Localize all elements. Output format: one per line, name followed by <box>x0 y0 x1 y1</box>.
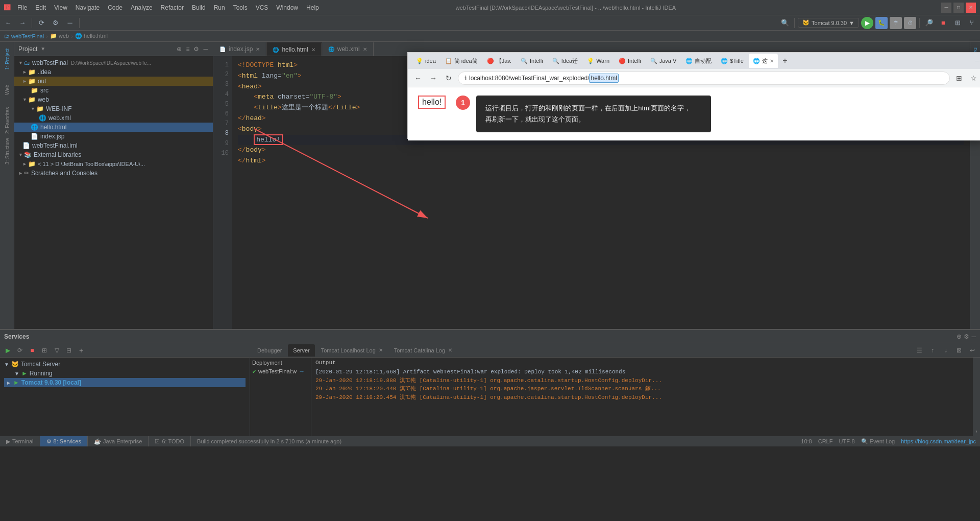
services-item-instance[interactable]: ► ► Tomcat 9.0.30 [local] <box>4 378 246 387</box>
sidebar-item-web[interactable]: Web <box>1 75 13 105</box>
external-link[interactable]: https://blog.csdn.mat/dear_jpc <box>901 438 976 444</box>
close-button[interactable]: ✕ <box>966 3 976 13</box>
translate-icon[interactable]: ⊞ <box>953 72 965 84</box>
tree-item-scratches[interactable]: ► ✏ Scratches and Consoles <box>14 169 213 178</box>
menu-view[interactable]: View <box>50 4 71 11</box>
menu-analyze[interactable]: Analyze <box>127 4 157 11</box>
tree-item-iml[interactable]: 📄 webTestFinal.iml <box>14 141 213 150</box>
tab-webxml[interactable]: 🌐 web.xml ✕ <box>322 42 374 56</box>
menu-code[interactable]: Code <box>104 4 127 11</box>
menu-window[interactable]: Window <box>272 4 302 11</box>
tab-terminal[interactable]: ▶ Terminal <box>0 436 40 446</box>
deployment-arrow-icon[interactable]: → <box>299 368 305 375</box>
br-tab-warn[interactable]: 💡 Warn <box>583 54 614 68</box>
address-bar[interactable]: ℹ localhost:8080/webTestFinal_war_explod… <box>458 72 950 85</box>
tree-item-idea[interactable]: ► 📁 .idea <box>14 67 213 77</box>
log-clear[interactable]: ⊠ <box>953 345 965 356</box>
search-icon[interactable]: 🔎 <box>923 17 935 29</box>
cursor-position[interactable]: 10:8 <box>801 438 812 444</box>
services-minimize-icon[interactable]: ─ <box>971 333 976 340</box>
menu-vcs[interactable]: VCS <box>252 4 273 11</box>
tab-java-enterprise[interactable]: ☕ Java Enterprise <box>88 436 149 446</box>
menu-help[interactable]: Help <box>302 4 323 11</box>
back-button[interactable]: ← <box>2 17 14 29</box>
services-group-btn[interactable]: ⊟ <box>63 345 75 356</box>
tab-todo[interactable]: ☑ 6: TODO <box>149 436 191 446</box>
sidebar-item-project[interactable]: 1: Project <box>1 44 13 75</box>
browser-forward[interactable]: → <box>427 72 439 84</box>
minimize-button[interactable]: ─ <box>941 3 951 13</box>
git-icon[interactable]: ⑂ <box>966 17 978 29</box>
coverage-button[interactable]: ☂ <box>890 17 902 29</box>
log-scroll-up[interactable]: ↑ <box>927 345 938 356</box>
menu-run[interactable]: Run <box>210 4 229 11</box>
menu-file[interactable]: File <box>13 4 31 11</box>
services-rerun-btn[interactable]: ⟳ <box>14 345 26 356</box>
log-scroll-down[interactable]: ↓ <box>940 345 951 356</box>
log-wrap[interactable]: ↩ <box>967 345 978 356</box>
minimize-panel-icon[interactable]: ─ <box>64 17 76 29</box>
event-log-link[interactable]: 🔍 Event Log <box>861 438 895 445</box>
tree-item-root[interactable]: ▼ 🗂 webTestFinal D:\WorkSpace\IDEAspace\… <box>14 58 213 67</box>
tree-item-web[interactable]: ▼ 📁 web <box>14 95 213 104</box>
br-tab-jav[interactable]: 🔴 【Jav. <box>483 54 516 68</box>
locate-icon[interactable]: ⊕ <box>176 44 183 54</box>
log-tab-close-catalina[interactable]: ✕ <box>448 347 452 353</box>
search-everywhere-icon[interactable]: 🔍 <box>779 17 791 29</box>
log-tab-close-localhost[interactable]: ✕ <box>379 347 383 353</box>
log-tab-server[interactable]: Server <box>288 344 314 357</box>
services-run-btn[interactable]: ▶ <box>2 345 13 356</box>
br-tab-idea[interactable]: 💡 idea <box>412 54 440 68</box>
collapse-icon[interactable]: ≡ <box>185 44 190 54</box>
breadcrumb-file[interactable]: 🌐 hello.html <box>75 33 108 39</box>
services-add-btn[interactable]: + <box>76 345 87 356</box>
browser-refresh[interactable]: ↻ <box>443 72 455 84</box>
tree-item-lib11[interactable]: ► 📁 < 11 > D:\JetBrain ToolBox\apps\IDEA… <box>14 159 213 169</box>
br-tab-idea3[interactable]: 🔍 Idea迁 <box>548 54 582 68</box>
menu-refactor[interactable]: Refactor <box>157 4 188 11</box>
menu-build[interactable]: Build <box>188 4 210 11</box>
log-tab-catalina[interactable]: Tomcat Catalina Log ✕ <box>389 344 457 357</box>
deployment-item[interactable]: ✔ webTestFinal:w → <box>252 368 309 375</box>
tree-item-src[interactable]: 📁 src <box>14 86 213 95</box>
services-item-tomcat[interactable]: ▼ 🐱 Tomcat Server <box>4 360 246 369</box>
run-button[interactable]: ▶ <box>861 17 873 29</box>
services-item-running[interactable]: ▼ ► Running <box>4 369 246 378</box>
menu-tools[interactable]: Tools <box>229 4 252 11</box>
services-add-icon[interactable]: ⊕ <box>957 333 962 340</box>
line-ending[interactable]: CRLF <box>818 438 833 444</box>
browser-back[interactable]: ← <box>412 72 424 84</box>
br-tab-idea2[interactable]: 📋 简 idea简 <box>441 54 482 68</box>
br-tab-close-this[interactable]: ✕ <box>770 58 774 64</box>
debug-button[interactable]: 🐛 <box>875 17 888 29</box>
breadcrumb-project[interactable]: 🗂 webTestFinal <box>4 33 44 39</box>
breadcrumb-web[interactable]: 📁 web <box>50 33 69 39</box>
br-tab-java[interactable]: 🔍 Java V <box>646 54 681 68</box>
services-filter-btn[interactable]: ▽ <box>51 345 62 356</box>
br-tab-intelli2[interactable]: 🔴 Intelli <box>615 54 645 68</box>
tree-item-extlib[interactable]: ▼ 📚 External Libraries <box>14 150 213 159</box>
bookmark-icon[interactable]: ☆ <box>967 72 979 84</box>
profile-button[interactable]: ⏱ <box>904 17 916 29</box>
tree-item-indexjsp[interactable]: 📄 index.jsp <box>14 132 213 141</box>
hide-icon[interactable]: ─ <box>202 44 209 54</box>
log-tab-localhost[interactable]: Tomcat Localhost Log ✕ <box>316 344 388 357</box>
maximize-button[interactable]: □ <box>953 3 964 13</box>
tree-item-webinf[interactable]: ▼ 📁 WEB-INF <box>14 104 213 113</box>
tree-item-out[interactable]: ► 📁 out <box>14 77 213 86</box>
encoding[interactable]: UTF-8 <box>839 438 854 444</box>
tab-close-webxml[interactable]: ✕ <box>363 46 367 52</box>
sync-icon[interactable]: ⟳ <box>35 17 47 29</box>
dropdown-arrow-project[interactable]: ▼ <box>40 46 45 52</box>
menu-edit[interactable]: Edit <box>31 4 50 11</box>
br-tab-intelli[interactable]: 🔍 Intelli <box>517 54 547 68</box>
sidebar-item-structure[interactable]: 3: Structure <box>1 136 13 167</box>
br-tab-auto[interactable]: 🌐 自动配 <box>681 54 716 68</box>
services-gear-icon[interactable]: ⚙ <box>964 333 969 340</box>
tab-services[interactable]: ⚙ 8: Services <box>40 436 88 446</box>
tab-indexjsp[interactable]: 📄 index.jsp ✕ <box>213 42 266 56</box>
tab-close-hellohtml[interactable]: ✕ <box>311 47 315 53</box>
layout-icon[interactable]: ⊞ <box>951 17 964 29</box>
run-configuration[interactable]: 🐱 Tomcat 9.0.30 ▼ <box>798 18 859 28</box>
gear-icon[interactable]: ⚙ <box>192 44 200 54</box>
